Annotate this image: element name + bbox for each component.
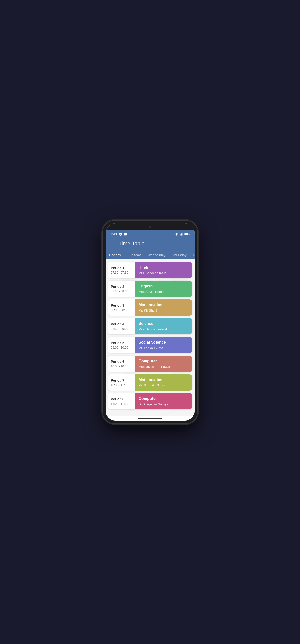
period-time: 08:00 - 08:30: [111, 308, 132, 312]
period-time: 07:30 - 07:30: [111, 271, 132, 274]
svg-rect-0: [124, 233, 127, 236]
period-info: Period 4 08:30 - 09:00: [108, 318, 135, 334]
subject-block: Science Mrs. Nanda Kestwal: [135, 318, 192, 334]
period-info: Period 2 07:30 - 08:00: [108, 280, 135, 297]
subject-name: Computer: [139, 396, 188, 401]
period-card: Period 1 07:30 - 07:30 Hindi Mrs. Sandee…: [108, 262, 192, 278]
subject-block: English Mrs. Savita Kothari: [135, 280, 192, 297]
teacher-name: Mrs. Jayashree Rawat: [139, 365, 188, 368]
home-bar: [138, 418, 162, 418]
period-time: 09:00 - 10:00: [111, 346, 132, 349]
camera-dot: [149, 226, 151, 228]
teacher-name: Mr. KB Shahi: [139, 308, 188, 312]
period-info: Period 8 11:00 - 11:30: [108, 393, 135, 410]
status-time: 6:41: [111, 232, 117, 236]
period-info: Period 1 07:30 - 07:30: [108, 262, 135, 278]
svg-rect-4: [182, 233, 183, 235]
square-icon: [124, 232, 127, 236]
teacher-name: Dr. Anupama Nautiyal: [139, 402, 188, 406]
period-label: Period 4: [111, 322, 132, 326]
subject-block: Computer Mrs. Jayashree Rawat: [135, 356, 192, 372]
period-card: Period 5 09:00 - 10:00 Social Science Mr…: [108, 337, 192, 353]
app-title: Time Table: [119, 240, 145, 247]
subject-name: Mathematics: [139, 303, 188, 307]
period-card: Period 3 08:00 - 08:30 Mathematics Mr. K…: [108, 299, 192, 316]
signal-icon: [180, 233, 183, 236]
subject-block: Hindi Mrs. Sandeep Kaur: [135, 262, 192, 278]
timetable-content: Period 1 07:30 - 07:30 Hindi Mrs. Sandee…: [106, 260, 195, 416]
subject-name: Science: [139, 322, 188, 326]
tab-wednesday[interactable]: Wednesday: [144, 250, 169, 260]
period-card: Period 6 10:00 - 10:30 Computer Mrs. Jay…: [108, 356, 192, 372]
period-time: 10:30 - 11:00: [111, 383, 132, 387]
period-card: Period 7 10:30 - 11:00 Mathematics Mr. S…: [108, 374, 192, 391]
svg-rect-1: [180, 234, 180, 235]
teacher-name: Mrs. Sandeep Kaur: [139, 271, 188, 275]
teacher-name: Mr. Satendra Thapa: [139, 384, 188, 387]
phone-frame: 6:41: [103, 220, 197, 424]
subject-name: Social Science: [139, 340, 188, 345]
period-label: Period 5: [111, 341, 132, 345]
period-card: Period 4 08:30 - 09:00 Science Mrs. Nand…: [108, 318, 192, 334]
period-label: Period 2: [111, 285, 132, 289]
back-button[interactable]: ←: [110, 240, 115, 247]
tab-friday[interactable]: Fr: [190, 250, 195, 260]
subject-block: Social Science Mr. Pankaj Gupta: [135, 337, 192, 353]
gear-icon: [119, 232, 122, 236]
tab-thursday[interactable]: Thursday: [169, 250, 190, 260]
teacher-name: Mr. Pankaj Gupta: [139, 346, 188, 350]
period-info: Period 5 09:00 - 10:00: [108, 337, 135, 353]
period-info: Period 7 10:30 - 11:00: [108, 374, 135, 391]
home-indicator: [106, 416, 195, 420]
svg-rect-6: [189, 234, 189, 234]
phone-screen: 6:41: [106, 224, 195, 420]
status-bar: 6:41: [106, 230, 195, 238]
period-info: Period 3 08:00 - 08:30: [108, 299, 135, 316]
subject-block: Mathematics Mr. KB Shahi: [135, 299, 192, 316]
subject-name: Hindi: [139, 265, 188, 270]
period-label: Period 6: [111, 360, 132, 364]
period-time: 10:00 - 10:30: [111, 364, 132, 368]
subject-block: Computer Dr. Anupama Nautiyal: [135, 393, 192, 410]
period-time: 08:30 - 09:00: [111, 327, 132, 330]
tab-tuesday[interactable]: Tuesday: [124, 250, 144, 260]
battery-icon: [184, 233, 190, 236]
wifi-icon: [175, 233, 178, 236]
subject-name: Mathematics: [139, 378, 188, 382]
svg-rect-3: [181, 234, 182, 235]
subject-name: English: [139, 284, 188, 288]
app-bar: ← Time Table: [106, 238, 195, 250]
teacher-name: Mrs. Savita Kothari: [139, 290, 188, 294]
period-label: Period 3: [111, 304, 132, 308]
subject-name: Computer: [139, 359, 188, 364]
status-left: 6:41: [111, 232, 127, 236]
period-label: Period 8: [111, 397, 132, 401]
period-card: Period 8 11:00 - 11:30 Computer Dr. Anup…: [108, 393, 192, 410]
period-label: Period 7: [111, 378, 132, 382]
tab-monday[interactable]: Monday: [106, 250, 125, 260]
subject-block: Mathematics Mr. Satendra Thapa: [135, 374, 192, 391]
teacher-name: Mrs. Nanda Kestwal: [139, 327, 188, 331]
camera-area: [106, 224, 195, 230]
svg-rect-2: [180, 234, 181, 235]
period-label: Period 1: [111, 266, 132, 270]
status-icons: [175, 233, 190, 236]
period-time: 07:30 - 08:00: [111, 290, 132, 293]
tab-bar: Monday Tuesday Wednesday Thursday Fr: [106, 250, 195, 260]
svg-rect-7: [185, 234, 188, 235]
period-card: Period 2 07:30 - 08:00 English Mrs. Savi…: [108, 280, 192, 297]
period-time: 11:00 - 11:30: [111, 402, 132, 406]
period-info: Period 6 10:00 - 10:30: [108, 356, 135, 372]
